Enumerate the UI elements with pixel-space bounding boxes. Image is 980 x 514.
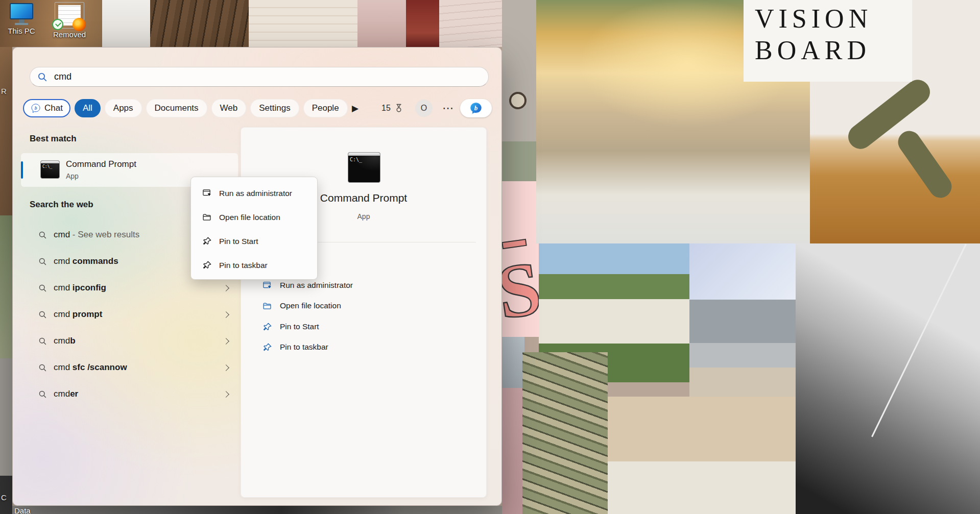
chevron-right-icon[interactable] <box>223 391 229 398</box>
desktop-icon-data-label[interactable]: Data <box>14 506 31 514</box>
preview-action-open-file-location[interactable]: Open file location <box>241 297 486 314</box>
pin-icon <box>262 342 272 352</box>
tab-settings-label: Settings <box>259 103 290 113</box>
check-icon <box>52 19 63 30</box>
preview-action-pin-to-start[interactable]: Pin to Start <box>241 318 486 335</box>
chevron-right-icon[interactable] <box>223 338 229 345</box>
filter-pills: b Chat All Apps Documents Web Settings P… <box>23 99 348 117</box>
this-pc-icon <box>4 3 39 25</box>
chevron-right-icon[interactable] <box>223 364 229 371</box>
bing-button[interactable]: b <box>460 99 492 117</box>
tab-chat-label: Chat <box>44 103 63 113</box>
search-icon <box>38 284 47 292</box>
photo-gravel-strip <box>0 358 12 476</box>
search-icon <box>38 257 47 266</box>
photo-ocean-beach <box>689 300 797 397</box>
photo-vintage-watch <box>502 0 536 181</box>
photo-money-stacks <box>522 352 608 514</box>
photo-pink-letter-s: S <box>502 181 540 337</box>
pin-icon <box>202 260 212 270</box>
tab-people[interactable]: People <box>303 99 348 117</box>
photo-candle-tray <box>357 0 406 47</box>
boat-rail <box>871 244 967 437</box>
bing-icon: b <box>469 101 483 115</box>
expand-filters-button[interactable]: ▶ <box>352 99 358 117</box>
more-options-button[interactable]: ⋯ <box>442 99 455 117</box>
ellipsis-icon: ⋯ <box>442 102 455 115</box>
pin-icon <box>262 322 272 332</box>
suggestion-cmd-sfc-scannow[interactable]: cmd sfc /scannow <box>13 354 241 381</box>
tab-chat[interactable]: b Chat <box>23 99 70 117</box>
search-icon <box>38 390 47 399</box>
play-icon: ▶ <box>352 103 358 114</box>
vision-board-title-line2: BOARD <box>755 35 912 66</box>
selection-accent-bar <box>21 161 23 179</box>
photo-vinyl-records <box>150 0 249 47</box>
photo-garden-strip <box>0 215 12 358</box>
tab-apps[interactable]: Apps <box>105 99 142 117</box>
best-match-title: Command Prompt <box>66 159 136 169</box>
desktop-icon-label-fragment-r: R <box>1 87 7 95</box>
run-as-admin-icon <box>202 188 212 198</box>
chevron-right-icon[interactable] <box>223 311 229 318</box>
tab-documents-label: Documents <box>155 103 199 113</box>
tab-people-label: People <box>312 103 339 113</box>
desktop-icon-this-pc[interactable]: This PC <box>4 3 39 35</box>
photo-red-objects <box>406 0 439 47</box>
account-avatar[interactable]: O <box>415 100 433 117</box>
bing-chat-icon: b <box>31 103 41 113</box>
command-prompt-icon: C:\_ <box>40 160 60 179</box>
svg-text:b: b <box>35 106 37 111</box>
suggestion-cmdb[interactable]: cmdb <box>13 328 241 354</box>
pocket-watch <box>509 92 527 109</box>
desktop-icon-removed[interactable]: Removed <box>51 2 88 39</box>
tab-web[interactable]: Web <box>211 99 247 117</box>
context-menu: Run as administrator Open file location … <box>190 177 318 280</box>
chevron-right-icon[interactable] <box>223 285 229 291</box>
search-icon <box>38 337 47 346</box>
suggestion-cmd-prompt[interactable]: cmd prompt <box>13 301 241 328</box>
menu-item-label: Pin to Start <box>219 237 258 246</box>
photo-man-on-boat <box>796 243 980 514</box>
menu-item-open-file-location[interactable]: Open file location <box>191 205 317 229</box>
this-pc-label: This PC <box>4 27 39 35</box>
suggestion-cmder[interactable]: cmder <box>13 381 241 407</box>
menu-item-pin-to-taskbar[interactable]: Pin to taskbar <box>191 253 317 277</box>
firefox-icon <box>73 18 86 31</box>
run-as-admin-icon <box>262 281 272 290</box>
search-box[interactable] <box>30 67 489 87</box>
removed-file-icon <box>55 2 84 29</box>
pin-icon <box>202 236 212 246</box>
removed-label: Removed <box>51 30 88 39</box>
photo-ceiling-room <box>102 0 150 47</box>
tab-documents[interactable]: Documents <box>146 99 207 117</box>
tab-apps-label: Apps <box>113 103 133 113</box>
letter-s: S <box>502 249 540 331</box>
avatar-initial: O <box>421 104 427 113</box>
desktop-icon-label-fragment-c: C <box>1 493 7 502</box>
photo-picnic-fabric <box>689 243 797 300</box>
photo-letters <box>249 0 357 47</box>
menu-item-label: Open file location <box>219 213 280 222</box>
tab-all[interactable]: All <box>75 99 101 117</box>
preview-action-pin-to-taskbar[interactable]: Pin to taskbar <box>241 338 486 356</box>
tab-settings[interactable]: Settings <box>250 99 299 117</box>
vision-board-title-line1: VISION <box>755 3 912 35</box>
search-icon <box>38 310 47 319</box>
menu-item-pin-to-start[interactable]: Pin to Start <box>191 229 317 253</box>
tab-all-label: All <box>83 103 92 113</box>
svg-text:b: b <box>474 104 478 112</box>
search-input[interactable] <box>54 71 473 82</box>
folder-icon <box>262 301 272 311</box>
menu-item-run-as-administrator[interactable]: Run as administrator <box>191 181 317 205</box>
search-the-web-header: Search the web <box>30 200 93 210</box>
best-match-subtitle: App <box>66 172 79 180</box>
folder-icon <box>202 212 212 222</box>
command-prompt-icon-large: C:\_ <box>348 152 380 183</box>
rewards-button[interactable]: 15 <box>381 99 404 117</box>
photo-beach-dinner <box>608 397 797 514</box>
tab-web-label: Web <box>220 103 238 113</box>
camo-leggings <box>894 127 956 202</box>
photo-house-path <box>502 337 524 388</box>
photo-wood-strip <box>0 47 12 215</box>
